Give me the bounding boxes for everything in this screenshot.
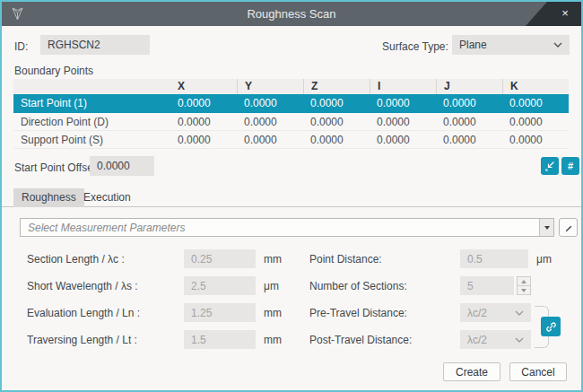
tab-roughness[interactable]: Roughness [13,188,84,207]
post-travel-distance-label: Post-Travel Distance: [309,334,412,346]
chevron-down-icon [553,42,562,48]
cancel-button[interactable]: Cancel [509,362,567,381]
point-distance-label: Point Distance: [309,253,382,266]
pencil-icon [563,222,574,233]
section-length-unit: mm [264,253,282,266]
arrow-down-icon [544,226,550,230]
section-length-label: Section Length / λc : [27,253,125,266]
evaluation-length-input[interactable] [184,303,256,322]
table-row-support-point[interactable]: Support Point (S) 0.0000 0.0000 0.0000 0… [13,131,569,149]
col-header-z: Z [303,79,370,94]
section-length-input[interactable] [184,249,256,268]
pre-travel-distance-select[interactable]: λc/2 [460,303,531,322]
short-wavelength-unit: μm [264,280,279,292]
pick-point-button[interactable] [541,157,559,175]
post-travel-distance-value: λc/2 [467,334,487,346]
pre-travel-distance-label: Pre-Travel Distance: [309,307,407,319]
col-header-x: X [170,79,237,94]
arrow-down-icon [521,289,526,292]
measurement-parameters-select[interactable]: Select Measurement Parameters [20,218,554,237]
window-title: Roughness Scan [2,2,581,26]
roughness-scan-dialog: Roughness Scan × ID: Surface Type: Plane… [0,0,583,392]
traversing-length-unit: mm [264,334,282,346]
pick-point-icon [544,161,555,171]
pre-travel-distance-value: λc/2 [467,307,487,319]
table-row-start-point[interactable]: Start Point (1) 0.0000 0.0000 0.0000 0.0… [13,94,569,113]
table-header-row: X Y Z I J K [13,79,569,94]
grid-values-button[interactable]: # [561,157,579,175]
col-header-j: J [436,79,502,94]
start-point-offset-label: Start Point Offset: [14,161,100,174]
grid-icon: # [568,161,573,171]
chevron-down-icon [515,337,524,343]
point-distance-input[interactable] [460,249,528,268]
create-button[interactable]: Create [443,362,500,381]
surface-type-select[interactable]: Plane [452,35,570,55]
traversing-length-label: Traversing Length / Lt : [27,334,137,346]
short-wavelength-label: Short Wavelength / λs : [27,280,138,292]
tab-bar: Roughness Execution [2,187,581,207]
stepper-up-button[interactable] [517,276,531,286]
arrow-up-icon [521,280,526,283]
link-icon [545,321,557,333]
number-of-sections-stepper [517,276,531,295]
boundary-points-table: X Y Z I J K Start Point (1) 0.0000 0.000… [13,79,569,149]
id-label: ID: [14,40,28,53]
id-input[interactable] [40,35,150,55]
col-header-k: K [502,79,569,94]
combo-dropdown-button[interactable] [539,219,553,236]
short-wavelength-input[interactable] [184,276,256,295]
post-travel-distance-select[interactable]: λc/2 [460,330,531,349]
evaluation-length-label: Evaluation Length / Ln : [27,307,140,319]
boundary-points-label: Boundary Points [14,65,93,77]
col-header-i: I [370,79,436,94]
number-of-sections-label: Number of Sections: [309,280,407,292]
point-distance-unit: μm [536,253,552,266]
surface-type-value: Plane [459,39,487,51]
number-of-sections-input[interactable] [460,276,514,295]
chevron-down-icon [515,310,524,316]
start-point-offset-input[interactable] [90,156,154,176]
stepper-down-button[interactable] [517,286,531,295]
surface-type-label: Surface Type: [382,40,448,53]
link-travel-distances-button[interactable] [541,317,561,336]
table-row-direction-point[interactable]: Direction Point (D) 0.0000 0.0000 0.0000… [13,113,569,131]
tab-execution[interactable]: Execution [75,188,139,207]
traversing-length-input[interactable] [184,330,256,349]
measurement-parameters-placeholder: Select Measurement Parameters [21,222,539,234]
col-header-y: Y [237,79,303,94]
edit-parameters-button[interactable] [559,218,578,237]
close-button[interactable]: × [554,2,576,26]
title-bar: Roughness Scan × [2,2,581,26]
evaluation-length-unit: mm [264,307,282,319]
